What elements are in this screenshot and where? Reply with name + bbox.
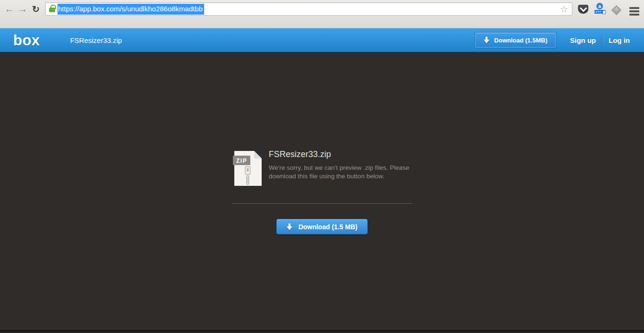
browser-menu-icon[interactable] <box>629 7 639 17</box>
header-separator <box>602 36 603 44</box>
bookmark-star-icon[interactable]: ☆ <box>559 5 570 14</box>
file-text-block: FSResizer33.zip We're sorry, but we can'… <box>269 151 409 186</box>
ruler-a-extension-icon[interactable]: a <box>594 3 605 14</box>
ruler-icon <box>594 10 605 14</box>
ssl-lock-icon[interactable] <box>49 8 55 12</box>
header-actions: Download (1.5MB) Sign up Log in <box>475 33 630 48</box>
box-logo[interactable]: box <box>13 33 40 48</box>
preview-message-line1: We're sorry, but we can't preview .zip f… <box>269 164 409 172</box>
signup-link[interactable]: Sign up <box>570 36 596 44</box>
header-filename: FSResizer33.zip <box>70 36 122 44</box>
preview-filename: FSResizer33.zip <box>269 150 409 159</box>
preview-message-line2: download this file using the button belo… <box>269 172 409 181</box>
url-bar[interactable]: https://app.box.com/s/unudlkho286o8kmadt… <box>45 2 572 16</box>
back-icon[interactable]: ← <box>3 2 16 16</box>
login-link[interactable]: Log in <box>609 36 630 44</box>
url-text-selected[interactable]: https://app.box.com/s/unudlkho286o8kmadt… <box>58 4 204 15</box>
main-download-button[interactable]: Download (1.5 MB) <box>276 219 368 234</box>
download-arrow-icon <box>287 224 292 230</box>
box-header: box FSResizer33.zip Download (1.5MB) Sig… <box>0 28 644 53</box>
a-circle-icon: a <box>596 3 603 9</box>
header-download-label: Download (1.5MB) <box>494 37 547 44</box>
zip-file-icon: ZIP <box>234 151 262 186</box>
file-info-block: ZIP FSResizer33.zip We're sorry, but we … <box>234 53 410 186</box>
screen-bottom-edge <box>0 330 644 332</box>
refresh-icon[interactable]: ↻ <box>29 2 42 16</box>
zip-badge-label: ZIP <box>236 158 247 164</box>
divider-line <box>232 203 412 204</box>
browser-window: ← → ↻ https://app.box.com/s/unudlkho286o… <box>0 0 644 333</box>
pocket-extension-icon[interactable] <box>578 5 588 14</box>
preview-message: We're sorry, but we can't preview .zip f… <box>269 164 409 181</box>
diamond-extension-icon[interactable] <box>611 5 621 15</box>
main-download-label: Download (1.5 MB) <box>298 223 357 231</box>
forward-icon[interactable]: → <box>16 2 29 16</box>
preview-area: ZIP FSResizer33.zip We're sorry, but we … <box>0 53 644 332</box>
header-download-button[interactable]: Download (1.5MB) <box>475 33 556 48</box>
download-arrow-icon <box>484 37 489 43</box>
browser-toolbar: ← → ↻ https://app.box.com/s/unudlkho286o… <box>0 0 644 28</box>
